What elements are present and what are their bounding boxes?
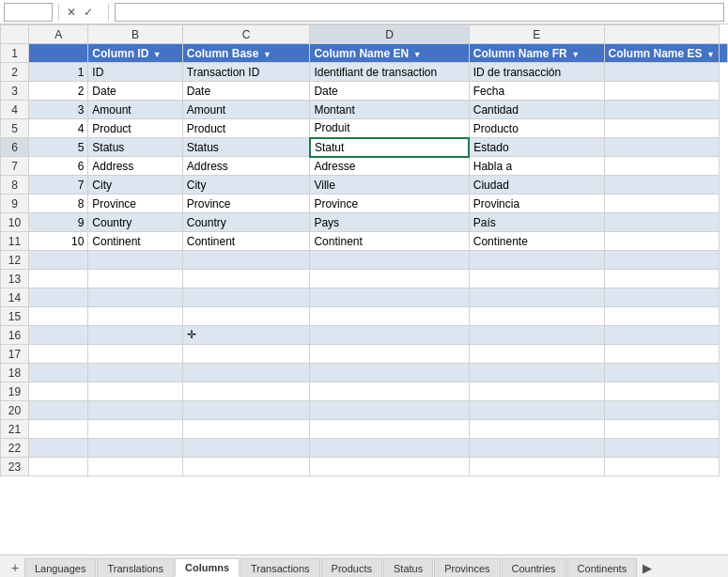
cell-d-12[interactable]: [310, 251, 469, 270]
cell-b-18[interactable]: [88, 364, 182, 382]
dropdown-icon-c[interactable]: ▼: [260, 50, 271, 59]
add-sheet-button[interactable]: +: [6, 558, 24, 577]
cell-e-2[interactable]: ID de transacción: [469, 63, 604, 82]
cell-b-8[interactable]: City: [88, 176, 182, 195]
cell-d-16[interactable]: [310, 326, 469, 345]
cell-e-18[interactable]: [469, 364, 604, 382]
cell-e-11[interactable]: Continente: [469, 232, 604, 251]
cell-d-11[interactable]: Continent: [310, 232, 469, 251]
cell-a-3[interactable]: 2: [29, 82, 88, 101]
cell-e-12[interactable]: [469, 251, 604, 270]
cell-c-3[interactable]: Date: [182, 82, 310, 101]
header-cell-b[interactable]: Column ID ▼: [88, 44, 182, 63]
sheet-tab-status[interactable]: Status: [383, 558, 433, 577]
col-header-f[interactable]: [604, 25, 719, 44]
cell-e-13[interactable]: [469, 270, 604, 288]
cell-b-19[interactable]: [88, 382, 182, 401]
dropdown-icon-e[interactable]: ▼: [569, 50, 580, 59]
dropdown-icon-f[interactable]: ▼: [705, 50, 715, 59]
cell-d-9[interactable]: Province: [310, 195, 469, 213]
cell-b-21[interactable]: [88, 420, 182, 439]
cell-a-6[interactable]: 5: [29, 138, 88, 157]
cell-d-3[interactable]: Date: [310, 82, 469, 101]
cell-a-19[interactable]: [29, 382, 88, 401]
cell-b-5[interactable]: Product: [88, 119, 182, 138]
cell-b-14[interactable]: [88, 288, 182, 307]
cell-a-22[interactable]: [29, 439, 88, 458]
cell-a-13[interactable]: [29, 270, 88, 288]
cell-b-15[interactable]: [88, 307, 182, 326]
cell-e-19[interactable]: [469, 382, 604, 401]
col-header-e[interactable]: E: [469, 25, 604, 44]
sheet-tab-languages[interactable]: Languages: [24, 558, 96, 577]
sheet-tab-countries[interactable]: Countries: [502, 558, 566, 577]
cell-a-9[interactable]: 8: [29, 195, 88, 213]
cell-b-10[interactable]: Country: [88, 213, 182, 232]
cell-b-13[interactable]: [88, 270, 182, 288]
cell-c-23[interactable]: [182, 458, 310, 476]
cell-c-22[interactable]: [182, 439, 310, 458]
cell-e-7[interactable]: Habla a: [469, 157, 604, 176]
cell-b-23[interactable]: [88, 458, 182, 476]
cell-d-10[interactable]: Pays: [310, 213, 469, 232]
cell-a-16[interactable]: [29, 326, 88, 345]
cell-e-4[interactable]: Cantidad: [469, 101, 604, 119]
cell-c-13[interactable]: [182, 270, 310, 288]
cell-e-17[interactable]: [469, 345, 604, 364]
cell-d-6[interactable]: Statut: [310, 138, 469, 157]
header-cell-d[interactable]: Column Name EN ▼: [310, 44, 469, 63]
cell-a-15[interactable]: [29, 307, 88, 326]
sheet-tab-transactions[interactable]: Transactions: [240, 558, 320, 577]
cell-a-5[interactable]: 4: [29, 119, 88, 138]
cell-b-17[interactable]: [88, 345, 182, 364]
cell-c-17[interactable]: [182, 345, 310, 364]
cell-a-10[interactable]: 9: [29, 213, 88, 232]
cell-c-18[interactable]: [182, 364, 310, 382]
cell-d-23[interactable]: [310, 458, 469, 476]
col-header-c[interactable]: C: [182, 25, 310, 44]
cell-c-14[interactable]: [182, 288, 310, 307]
cell-b-3[interactable]: Date: [88, 82, 182, 101]
sheet-tab-translations[interactable]: Translations: [97, 558, 174, 577]
cell-b-12[interactable]: [88, 251, 182, 270]
cell-d-2[interactable]: Identifiant de transaction: [310, 63, 469, 82]
cell-b-7[interactable]: Address: [88, 157, 182, 176]
cell-e-5[interactable]: Producto: [469, 119, 604, 138]
cell-d-14[interactable]: [310, 288, 469, 307]
cell-c-10[interactable]: Country: [182, 213, 310, 232]
cell-a-8[interactable]: 7: [29, 176, 88, 195]
header-cell-f[interactable]: Column Name ES ▼: [604, 44, 719, 63]
sheet-tab-products[interactable]: Products: [321, 558, 382, 577]
cell-c-12[interactable]: [182, 251, 310, 270]
cell-d-22[interactable]: [310, 439, 469, 458]
cell-a-14[interactable]: [29, 288, 88, 307]
cell-c-6[interactable]: Status: [182, 138, 310, 157]
cell-d-15[interactable]: [310, 307, 469, 326]
col-header-a[interactable]: A: [29, 25, 88, 44]
cell-c-2[interactable]: Transaction ID: [182, 63, 310, 82]
cell-e-14[interactable]: [469, 288, 604, 307]
dropdown-icon-d[interactable]: ▼: [410, 50, 421, 59]
cell-c-15[interactable]: [182, 307, 310, 326]
cell-c-16[interactable]: ✛: [182, 326, 310, 345]
cell-a-2[interactable]: 1: [29, 63, 88, 82]
cell-d-5[interactable]: Produit: [310, 119, 469, 138]
cell-d-13[interactable]: [310, 270, 469, 288]
cell-b-22[interactable]: [88, 439, 182, 458]
cell-d-18[interactable]: [310, 364, 469, 382]
confirm-icon[interactable]: ✓: [82, 6, 95, 19]
cell-b-9[interactable]: Province: [88, 195, 182, 213]
cell-a-4[interactable]: 3: [29, 101, 88, 119]
cell-b-20[interactable]: [88, 401, 182, 420]
cell-e-15[interactable]: [469, 307, 604, 326]
cell-reference-box[interactable]: [4, 3, 53, 22]
cell-d-4[interactable]: Montant: [310, 101, 469, 119]
cell-c-7[interactable]: Address: [182, 157, 310, 176]
sheet-nav-right[interactable]: ▶: [638, 558, 657, 577]
dropdown-icon-b[interactable]: ▼: [150, 50, 161, 59]
header-cell-e[interactable]: Column Name FR ▼: [469, 44, 604, 63]
cell-c-11[interactable]: Continent: [182, 232, 310, 251]
cell-a-21[interactable]: [29, 420, 88, 439]
cell-a-11[interactable]: 10: [29, 232, 88, 251]
cell-b-6[interactable]: Status: [88, 138, 182, 157]
